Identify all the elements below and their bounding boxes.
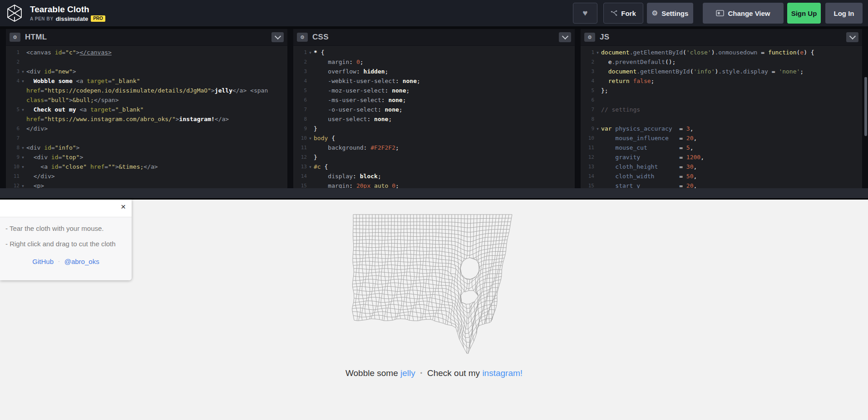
info-line-2: - Right click and drag to cut the cloth xyxy=(5,240,126,248)
css-panel-title: CSS xyxy=(312,33,329,42)
js-editor-scrollbar[interactable] xyxy=(864,77,867,109)
js-panel-header: ⚙ JS xyxy=(581,29,862,46)
change-view-icon xyxy=(716,10,724,16)
gear-icon: ⚙ xyxy=(652,9,658,17)
info-box: × - Tear the cloth with your mouse. - Ri… xyxy=(0,200,132,280)
js-code-editor[interactable]: 1▾document.getElementById('close').onmou… xyxy=(581,46,862,188)
html-editor-gear-button[interactable]: ⚙ xyxy=(10,33,20,42)
caption-text-1: Wobble some xyxy=(345,368,400,378)
chevron-down-icon xyxy=(562,33,568,39)
heart-icon: ♥ xyxy=(582,8,587,18)
css-editor-panel: ⚙ CSS 1▾* {2 margin: 0;3 overflow: hidde… xyxy=(293,29,575,188)
love-button[interactable]: ♥ xyxy=(573,3,597,24)
chevron-down-icon xyxy=(274,33,281,39)
html-code-editor[interactable]: 1<canvas id="c"></canvas>23▾<div id="new… xyxy=(6,46,287,188)
html-panel-collapse-button[interactable] xyxy=(271,32,284,42)
cloth-canvas[interactable] xyxy=(341,204,523,354)
editor-panels: ⚙ HTML 1<canvas id="c"></canvas>23▾<div … xyxy=(0,29,868,188)
info-box-body: - Tear the cloth with your mouse. - Righ… xyxy=(0,217,132,280)
info-line-1: - Tear the cloth with your mouse. xyxy=(5,225,126,232)
bullet-separator: • xyxy=(420,370,422,376)
settings-button[interactable]: ⚙ Settings xyxy=(647,3,693,24)
css-code-editor[interactable]: 1▾* {2 margin: 0;3 overflow: hidden;4 -w… xyxy=(293,46,575,188)
abro-oks-link[interactable]: @abro_oks xyxy=(64,258,99,265)
css-panel-header: ⚙ CSS xyxy=(293,29,575,46)
header: Tearable Cloth A PEN BY dissimulate PRO … xyxy=(0,0,868,26)
css-panel-collapse-button[interactable] xyxy=(559,32,571,42)
css-editor-gear-button[interactable]: ⚙ xyxy=(297,33,308,42)
codepen-logo-icon[interactable] xyxy=(5,4,24,22)
sign-up-label: Sign Up xyxy=(791,10,817,17)
editors-preview-resizer[interactable] xyxy=(0,188,868,198)
gear-icon: ⚙ xyxy=(13,34,17,40)
js-panel-title: JS xyxy=(600,33,609,42)
js-editor-gear-button[interactable]: ⚙ xyxy=(584,33,595,42)
pen-title-block: Tearable Cloth A PEN BY dissimulate PRO xyxy=(30,5,105,22)
info-box-top: × xyxy=(0,200,132,217)
settings-label: Settings xyxy=(661,10,688,17)
html-panel-header: ⚙ HTML xyxy=(6,29,287,46)
gear-icon: ⚙ xyxy=(300,34,305,40)
fork-icon xyxy=(611,10,617,17)
github-link[interactable]: GitHub xyxy=(32,258,54,265)
pro-badge: PRO xyxy=(91,15,105,22)
author-link[interactable]: dissimulate xyxy=(56,15,89,22)
js-panel-collapse-button[interactable] xyxy=(846,32,858,42)
log-in-label: Log In xyxy=(834,10,854,17)
pen-title: Tearable Cloth xyxy=(30,5,105,15)
codepen-editor-page: Tearable Cloth A PEN BY dissimulate PRO … xyxy=(0,0,868,420)
gear-icon: ⚙ xyxy=(587,34,592,40)
change-view-button[interactable]: Change View xyxy=(703,3,784,24)
preview-caption: Wobble some jelly•Check out my instagram… xyxy=(0,368,868,378)
fork-label: Fork xyxy=(621,10,636,17)
info-links: GitHub·@abro_oks xyxy=(5,258,126,265)
result-preview: × - Tear the cloth with your mouse. - Ri… xyxy=(0,200,868,420)
change-view-label: Change View xyxy=(728,10,770,17)
fork-button[interactable]: Fork xyxy=(603,3,643,24)
close-icon[interactable]: × xyxy=(121,202,126,212)
jelly-link[interactable]: jelly xyxy=(400,368,415,378)
js-editor-panel: ⚙ JS 1▾document.getElementById('close').… xyxy=(581,29,862,188)
html-panel-title: HTML xyxy=(25,33,47,42)
html-editor-panel: ⚙ HTML 1<canvas id="c"></canvas>23▾<div … xyxy=(6,29,287,188)
byline-prefix: A PEN BY xyxy=(30,16,54,21)
header-buttons: ♥ Fork ⚙ Settings xyxy=(573,3,863,24)
log-in-button[interactable]: Log In xyxy=(825,3,863,24)
chevron-down-icon xyxy=(849,33,855,39)
sign-up-button[interactable]: Sign Up xyxy=(787,3,821,24)
dot-separator: · xyxy=(58,259,60,264)
instagram-link[interactable]: instagram! xyxy=(482,368,523,378)
byline: A PEN BY dissimulate PRO xyxy=(30,15,105,22)
caption-text-2: Check out my xyxy=(427,368,482,378)
